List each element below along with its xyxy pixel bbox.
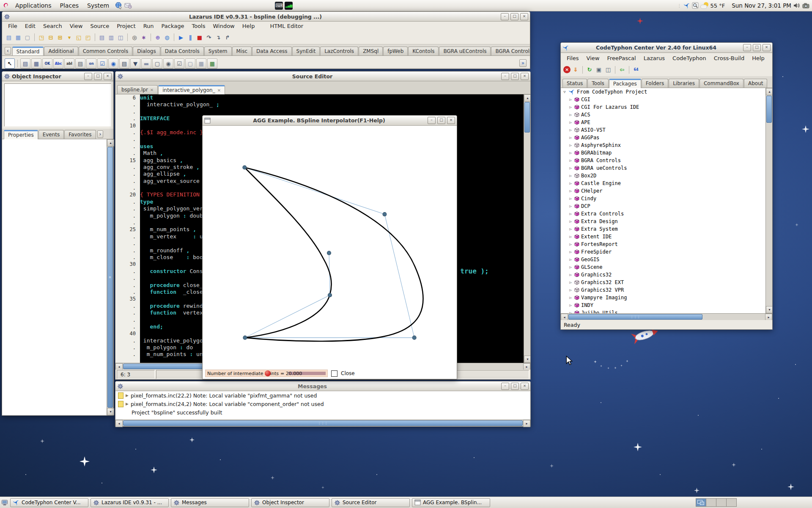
maximize-button[interactable]: □ [511, 383, 519, 390]
tgroupbox-icon[interactable]: ▢ [152, 58, 162, 69]
close-button[interactable]: × [521, 73, 529, 80]
view-units-icon[interactable]: ▤ [98, 33, 106, 41]
stop-icon[interactable]: ■ [195, 33, 204, 41]
minimize-button[interactable]: – [84, 73, 92, 80]
close-button[interactable]: × [104, 73, 112, 80]
tcombobox-icon[interactable]: ▼ [130, 58, 140, 69]
tbutton-icon[interactable]: OK [42, 58, 52, 69]
menu-view[interactable]: View [583, 54, 603, 63]
menu-lazarus[interactable]: Lazarus [640, 54, 668, 63]
tmemo-icon[interactable]: ▤ [75, 58, 85, 69]
build-64-icon[interactable]: 64 [632, 66, 640, 74]
save-all-icon[interactable]: ⊞ [56, 33, 64, 41]
messages-hscrollbar[interactable]: ◂ ⋮⋮⋮ ▸ [115, 420, 530, 426]
tab-events[interactable]: Events [38, 130, 64, 139]
refresh-icon[interactable]: ↻ [585, 66, 594, 74]
toggle-form-unit-icon[interactable]: ◫ [116, 33, 125, 41]
taskbar-button-source-editor[interactable]: Source Editor [332, 498, 410, 507]
tlistbox-icon[interactable]: ▤ [119, 58, 129, 69]
minimize-button[interactable]: – [501, 73, 509, 80]
tab-scroll-right-icon[interactable]: › [97, 130, 104, 138]
package-row-cgi[interactable]: ▷CGI [561, 96, 765, 103]
taskbar-button-messages[interactable]: Messages [171, 498, 249, 507]
expand-icon[interactable]: ▷ [568, 257, 573, 262]
tab-folders[interactable]: Folders [642, 79, 668, 88]
new-form-icon[interactable]: ▦ [14, 33, 22, 41]
tactionlist-icon[interactable]: ▦ [207, 58, 217, 69]
tab-tools[interactable]: Tools [587, 79, 609, 88]
scroll-up-icon[interactable]: ▴ [766, 88, 772, 95]
minimize-button[interactable]: – [501, 383, 509, 390]
menu-system[interactable]: System [83, 1, 113, 10]
menu-help[interactable]: Help [239, 22, 258, 30]
package-row-ape[interactable]: ▷APE [561, 119, 765, 126]
menu-applications[interactable]: Applications [11, 1, 56, 10]
menu-codetyphon[interactable]: CodeTyphon [669, 54, 710, 63]
close-button[interactable]: × [763, 44, 771, 51]
close-tab-icon[interactable]: ✕ [150, 88, 154, 92]
package-row-fortesreport[interactable]: ▷FortesReport [561, 240, 765, 248]
package-row-castle-engine[interactable]: ▷Castle Engine [561, 179, 765, 187]
palette-tab-misc[interactable]: Misc [232, 47, 252, 55]
menu-run[interactable]: Run [140, 22, 157, 30]
palette-tab-data-access[interactable]: Data Access [252, 47, 292, 55]
palette-tab-synedit[interactable]: SynEdit [292, 47, 320, 55]
menu-cross-build[interactable]: Cross-Build [710, 54, 748, 63]
tradiogroup-icon[interactable]: ◉ [163, 58, 173, 69]
scrollbar-thumb[interactable]: ≡ [107, 147, 113, 408]
keyboard-indicator-icon[interactable]: ⌨ [275, 2, 283, 10]
package-row-graphics32-vpr[interactable]: ▷Graphics32 VPR [561, 286, 765, 294]
expand-icon[interactable]: ▷ [568, 265, 573, 269]
find-in-files-icon[interactable]: ∗ [140, 33, 148, 41]
palette-overflow-icon[interactable]: » [519, 59, 527, 67]
expand-icon[interactable]: ▷ [568, 143, 573, 147]
pause-icon[interactable]: ∥ [186, 33, 195, 41]
maximize-button[interactable]: □ [437, 117, 445, 124]
expand-icon[interactable]: ▷ [568, 181, 573, 185]
control-point[interactable] [383, 213, 387, 216]
menu-html-editor[interactable]: HTML Editor [266, 22, 307, 30]
menu-view[interactable]: View [66, 22, 86, 30]
editor-tab-bspline-lpr[interactable]: bspline.lpr✕ [117, 85, 158, 94]
scroll-up-icon[interactable]: ▴ [107, 139, 114, 146]
packages-tree[interactable]: ▽From CodeTyphon Project▷CGI▷CGI For Laz… [561, 88, 765, 313]
slider-thumb-icon[interactable] [265, 370, 271, 376]
tab-libraries[interactable]: Libraries [669, 79, 699, 88]
menu-edit[interactable]: Edit [22, 22, 39, 30]
build-icon[interactable]: ⊕ [154, 33, 162, 41]
workspace-1[interactable] [696, 499, 706, 506]
close-button[interactable]: × [521, 383, 529, 390]
magnifier-tray-icon[interactable] [692, 2, 699, 9]
tframe-icon[interactable]: ▦ [196, 58, 206, 69]
expand-icon[interactable]: ▷ [568, 273, 573, 277]
open-icon[interactable]: ◳ [37, 33, 46, 41]
abort-icon[interactable]: × [563, 66, 571, 73]
weather-icon[interactable] [700, 2, 709, 9]
workspace-4[interactable] [727, 499, 736, 506]
typhon-tray-icon[interactable] [683, 2, 690, 9]
close-button[interactable]: × [520, 13, 528, 20]
menu-source[interactable]: Source [87, 22, 112, 30]
ttogglebox-icon[interactable]: on [86, 58, 96, 69]
package-row-box2d[interactable]: ▷Box2D [561, 172, 765, 179]
tlabel-icon[interactable]: Abc [53, 58, 63, 69]
expand-icon[interactable]: ▷ [568, 250, 573, 254]
scroll-down-icon[interactable]: ▾ [107, 408, 114, 415]
clean-icon[interactable]: ▣ [595, 66, 603, 74]
palette-tab-standard[interactable]: Standard [12, 47, 44, 56]
step-into-icon[interactable]: ↴ [214, 33, 222, 41]
browser-launcher-icon[interactable] [115, 2, 123, 9]
screenshot-icon[interactable] [802, 3, 809, 9]
package-row-asphyresphinx[interactable]: ▷AsphyreSphinx [561, 141, 765, 149]
source-editor-titlebar[interactable]: Source Editor – □ × [115, 72, 530, 81]
close-tab-icon[interactable]: ✕ [217, 88, 221, 93]
run-parameters-icon[interactable]: ◍ [163, 33, 171, 41]
maximize-button[interactable]: □ [510, 13, 518, 20]
scroll-left-icon[interactable]: ◂ [115, 420, 123, 427]
palette-tab-dialogs[interactable]: Dialogs [133, 47, 160, 55]
expand-collapse-icon[interactable]: ▽ [562, 90, 567, 94]
package-row-vampyre-imaging[interactable]: ▷Vampyre Imaging [561, 294, 765, 301]
scrollbar-thumb[interactable]: ⋮⋮⋮ [568, 314, 702, 320]
show-desktop-icon[interactable] [1, 500, 8, 506]
package-row-freespider[interactable]: ▷FreeSpider [561, 248, 765, 256]
